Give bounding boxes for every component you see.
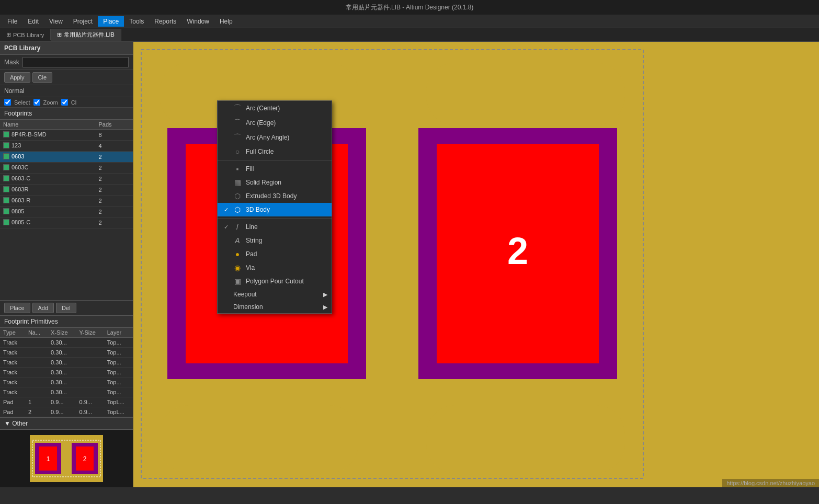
place-row: Place Add Del	[0, 300, 133, 315]
footprints-table[interactable]: Name Pads 8P4R-B-SMD 8 123	[0, 120, 133, 300]
fp-pads: 8	[95, 130, 133, 141]
fp-pads: 2	[95, 185, 133, 196]
footprint-row[interactable]: 123 4	[0, 141, 133, 152]
primitive-row[interactable]: Track 0.30... Top...	[0, 348, 133, 358]
checkmark-icon: ✓	[224, 207, 229, 213]
primitive-row[interactable]: Pad 2 0.9... 0.9... TopL...	[0, 407, 133, 417]
dd-extruded-3d[interactable]: ⬡ Extruded 3D Body	[218, 189, 332, 203]
clear-button[interactable]: Cle	[32, 72, 53, 83]
mask-label: Mask	[4, 59, 19, 66]
fp-name: 123	[0, 141, 95, 152]
dd-string[interactable]: A String	[218, 234, 332, 247]
menu-help[interactable]: Help	[214, 16, 238, 27]
tab-label: PCB Library	[13, 32, 44, 38]
prim-name	[25, 387, 48, 397]
dd-fill[interactable]: ▪ Fill	[218, 162, 332, 176]
dd-extruded-3d-label: Extruded 3D Body	[246, 192, 297, 200]
menu-edit[interactable]: Edit	[22, 16, 44, 27]
footprint-row[interactable]: 0603R 2	[0, 185, 133, 196]
other-title[interactable]: ▼ Other	[0, 418, 133, 430]
prim-type: Track	[0, 358, 25, 368]
primitive-row[interactable]: Track 0.30... Top...	[0, 358, 133, 368]
mask-input[interactable]	[22, 57, 129, 67]
dd-solid-region[interactable]: ▦ Solid Region	[218, 176, 332, 189]
apply-button[interactable]: Apply	[4, 72, 30, 83]
menu-place[interactable]: Place	[98, 16, 124, 27]
normal-label: Normal	[4, 87, 25, 95]
tab-pcblibrary[interactable]: ⊞ PCB Library	[0, 29, 51, 40]
extruded-3d-icon: ⬡	[233, 192, 242, 200]
menu-project[interactable]: Project	[68, 16, 98, 27]
dd-pad[interactable]: ● Pad	[218, 247, 332, 261]
fp-name: 0805-C	[0, 217, 95, 228]
dd-line[interactable]: ✓ / Line	[218, 220, 332, 234]
prim-ysize	[76, 358, 104, 368]
primitives-table[interactable]: Type Na... X-Size Y-Size Layer Track 0.3…	[0, 328, 133, 417]
primitive-row[interactable]: Pad 1 0.9... 0.9... TopL...	[0, 397, 133, 407]
menu-tools[interactable]: Tools	[124, 16, 149, 27]
prim-name: 1	[25, 397, 48, 407]
menu-view[interactable]: View	[44, 16, 68, 27]
dd-polygon-pour[interactable]: ▣ Polygon Pour Cutout	[218, 274, 332, 288]
dd-string-label: String	[246, 237, 262, 244]
svg-text:2: 2	[83, 455, 87, 463]
dd-arc-edge[interactable]: ⌒ Arc (Edge)	[218, 116, 332, 130]
footprint-row[interactable]: 0603C 2	[0, 163, 133, 174]
dd-arc-edge-label: Arc (Edge)	[246, 119, 276, 127]
add-button[interactable]: Add	[32, 303, 54, 313]
svg-text:2: 2	[507, 230, 528, 272]
canvas-area[interactable]: 2 ⌒ Arc (Center) ⌒ Arc (Edge) ⌒ Arc (Any…	[133, 42, 819, 487]
footprint-row[interactable]: 0603-C 2	[0, 174, 133, 185]
primitives-list: Type Na... X-Size Y-Size Layer Track 0.3…	[0, 328, 133, 417]
prim-name	[25, 368, 48, 377]
menu-reports[interactable]: Reports	[149, 16, 181, 27]
prim-col-ysize: Y-Size	[76, 328, 104, 338]
primitive-row[interactable]: Track 0.30... Top...	[0, 387, 133, 397]
prim-type: Pad	[0, 397, 25, 407]
3d-body-icon: ⬡	[233, 205, 242, 214]
primitive-row[interactable]: Track 0.30... Top...	[0, 368, 133, 377]
footprint-row[interactable]: 0805-C 2	[0, 217, 133, 228]
primitive-row[interactable]: Track 0.30... Top...	[0, 377, 133, 387]
select-checkbox[interactable]	[4, 99, 11, 106]
prim-layer: Top...	[104, 358, 133, 368]
left-panel: PCB Library Mask Apply Cle Normal Select…	[0, 42, 133, 487]
footprint-row[interactable]: 0603 2	[0, 152, 133, 163]
cl-label: Cl	[71, 99, 76, 106]
dd-3d-body-label: 3D Body	[246, 206, 270, 213]
svg-rect-12	[160, 405, 358, 473]
del-button[interactable]: Del	[56, 303, 76, 313]
col-name: Name	[0, 120, 95, 130]
fp-name: 0603	[0, 152, 95, 163]
menu-window[interactable]: Window	[181, 16, 214, 27]
fp-pads: 2	[95, 163, 133, 174]
zoom-checkbox[interactable]	[33, 99, 40, 106]
dd-full-circle[interactable]: ○ Full Circle	[218, 145, 332, 158]
tab-icon: ⊞	[6, 31, 11, 38]
dd-via[interactable]: ◉ Via	[218, 261, 332, 274]
status-bar: https://blog.csdn.net/zhuzhiyaoyao	[722, 479, 819, 487]
dd-arc-any[interactable]: ⌒ Arc (Any Angle)	[218, 130, 332, 145]
footprint-row[interactable]: 0603-R 2	[0, 196, 133, 207]
dd-keepout[interactable]: Keepout ▶	[218, 288, 332, 301]
dd-3d-body[interactable]: ✓ ⬡ 3D Body	[218, 203, 332, 216]
prim-layer: Top...	[104, 338, 133, 348]
dd-arc-center[interactable]: ⌒ Arc (Center)	[218, 101, 332, 116]
primitives-tbody: Track 0.30... Top... Track 0.30... Top..…	[0, 338, 133, 417]
footprint-row[interactable]: 0805 2	[0, 207, 133, 217]
dimension-arrow-icon: ▶	[323, 304, 327, 311]
cl-checkbox[interactable]	[61, 99, 68, 106]
primitives-title[interactable]: Footprint Primitives	[0, 316, 133, 328]
dd-dimension[interactable]: Dimension ▶	[218, 301, 332, 313]
title-text: 常用贴片元器件.LIB - Altium Designer (20.1.8)	[346, 3, 474, 12]
fp-pads: 2	[95, 152, 133, 163]
prim-layer: Top...	[104, 387, 133, 397]
string-icon: A	[233, 236, 242, 245]
menu-file[interactable]: File	[2, 16, 22, 27]
tab-library-file[interactable]: ⊞ 常用贴片元器件.LIB	[51, 29, 121, 41]
primitive-row[interactable]: Track 0.30... Top...	[0, 338, 133, 348]
dd-full-circle-label: Full Circle	[246, 148, 274, 155]
place-button[interactable]: Place	[4, 303, 30, 313]
footprint-row[interactable]: 8P4R-B-SMD 8	[0, 130, 133, 141]
preview-svg: 1 2	[30, 435, 103, 482]
